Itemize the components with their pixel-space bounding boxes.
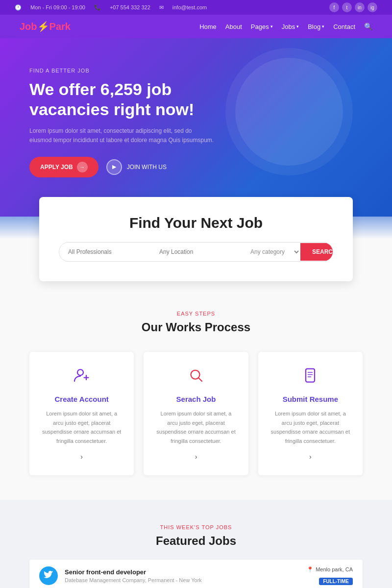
phone-icon: 📞 xyxy=(94,4,101,11)
phone-text: +07 554 332 322 xyxy=(110,4,150,10)
search-profession-input[interactable] xyxy=(59,243,150,261)
clock-icon: 🕐 xyxy=(15,4,22,11)
featured-subtitle: THIS WEEK'S TOP JOBS xyxy=(29,524,363,530)
featured-section: THIS WEEK'S TOP JOBS Featured Jobs Senio… xyxy=(0,500,392,588)
hero-description: Lorem ipsum dolor sit amet, consectetur … xyxy=(29,126,216,145)
search-section: Find Your Next Job Any category SEARCH xyxy=(39,197,353,281)
hero-bg-person xyxy=(235,58,343,166)
search-title: Find Your Next Job xyxy=(59,215,333,231)
process-step3-arrow[interactable]: › xyxy=(270,453,351,461)
process-step3-desc: Lorem ipsum dolor sit amet, a arcu justo… xyxy=(270,409,351,446)
social-instagram[interactable]: ig xyxy=(368,2,377,12)
job-location-1: 📍 Menlo park, CA xyxy=(307,566,353,573)
svg-rect-5 xyxy=(306,368,315,382)
email-icon: ✉ xyxy=(159,4,164,11)
process-step2-title: Serach Job xyxy=(155,395,236,403)
create-account-icon xyxy=(41,367,122,388)
apply-label: APPLY JOB xyxy=(40,164,73,171)
job-item-1[interactable]: Senior front-end developer Datebase Mana… xyxy=(29,560,363,588)
process-step2-desc: Lorem ipsum dolor sit amet, a arcu justo… xyxy=(155,409,236,446)
job-logo-twitter xyxy=(39,566,58,585)
play-icon: ▶ xyxy=(106,159,122,175)
apply-job-button[interactable]: APPLY JOB → xyxy=(29,157,98,177)
process-step1-title: Create Account xyxy=(41,395,122,403)
search-row: Any category SEARCH xyxy=(59,242,333,262)
email-text: info@test.com xyxy=(172,4,207,10)
job-list: Senior front-end developer Datebase Mana… xyxy=(29,560,363,588)
job-meta-1: Datebase Management Company, Permanent -… xyxy=(65,577,202,583)
nav-blog[interactable]: Blog ▾ xyxy=(308,23,324,30)
works-title: Our Works Process xyxy=(29,320,363,334)
job-right-1: 📍 Menlo park, CA FULL-TIME xyxy=(307,566,353,585)
process-step1-desc: Lorem ipsum dolor sit amet, a arcu justo… xyxy=(41,409,122,446)
top-bar: 🕐 Mon - Fri 09:00 - 19:00 📞 +07 554 332 … xyxy=(0,0,392,15)
featured-title: Featured Jobs xyxy=(29,534,363,548)
nav-about[interactable]: About xyxy=(225,23,242,30)
search-button[interactable]: SEARCH xyxy=(300,243,333,261)
apply-arrow-icon: → xyxy=(77,162,88,172)
submit-resume-icon xyxy=(270,367,351,388)
works-subtitle: EASY STEPS xyxy=(29,311,363,317)
hero-headline: We offer 6,259 job vacancies right now! xyxy=(29,79,216,120)
job-left-1: Senior front-end developer Datebase Mana… xyxy=(39,566,202,585)
svg-line-4 xyxy=(198,378,202,381)
social-twitter[interactable]: t xyxy=(342,2,352,12)
location-pin-icon: 📍 xyxy=(307,566,314,573)
process-step1-arrow[interactable]: › xyxy=(41,453,122,461)
chevron-down-icon: ▾ xyxy=(296,24,299,29)
works-section: EASY STEPS Our Works Process Create Acco… xyxy=(0,281,392,500)
chevron-down-icon: ▾ xyxy=(270,24,273,29)
hero-section: FIND A BETTER JOB We offer 6,259 job vac… xyxy=(0,38,392,217)
process-card-resume: Submit Resume Lorem ipsum dolor sit amet… xyxy=(258,352,363,475)
job-info-1: Senior front-end developer Datebase Mana… xyxy=(65,568,202,583)
nav-pages[interactable]: Pages ▾ xyxy=(251,23,273,30)
nav-home[interactable]: Home xyxy=(199,23,217,30)
process-card-search: Serach Job Lorem ipsum dolor sit amet, a… xyxy=(144,352,248,475)
social-facebook[interactable]: f xyxy=(329,2,339,12)
nav-jobs[interactable]: Jobs ▾ xyxy=(282,23,299,30)
logo-text: Job xyxy=(20,21,37,32)
navbar: Job⚡Park Home About Pages ▾ Jobs ▾ Blog … xyxy=(0,15,392,38)
nav-contact[interactable]: Contact xyxy=(333,23,355,30)
job-title-1: Senior front-end developer xyxy=(65,568,202,576)
top-bar-left: 🕐 Mon - Fri 09:00 - 19:00 📞 +07 554 332 … xyxy=(15,4,207,11)
join-button[interactable]: ▶ JOIN WITH US xyxy=(106,159,167,175)
hero-bg-circle xyxy=(225,48,353,175)
process-step3-title: Submit Resume xyxy=(270,395,351,403)
svg-point-0 xyxy=(77,369,83,375)
nav-links: Home About Pages ▾ Jobs ▾ Blog ▾ Contact… xyxy=(199,23,372,30)
site-logo[interactable]: Job⚡Park xyxy=(20,21,71,32)
search-icon[interactable]: 🔍 xyxy=(364,23,372,30)
process-cards: Create Account Lorem ipsum dolor sit ame… xyxy=(29,352,363,475)
search-location-input[interactable] xyxy=(150,243,242,261)
top-bar-social: f t in ig xyxy=(329,2,377,12)
chevron-down-icon: ▾ xyxy=(322,24,324,29)
process-card-create: Create Account Lorem ipsum dolor sit ame… xyxy=(29,352,134,475)
logo-accent: ⚡Park xyxy=(37,21,71,32)
search-job-icon xyxy=(155,367,236,388)
category-select[interactable]: Any category xyxy=(242,243,300,261)
join-label: JOIN WITH US xyxy=(127,164,167,171)
social-linkedin[interactable]: in xyxy=(355,2,365,12)
hours-text: Mon - Fri 09:00 - 19:00 xyxy=(30,4,85,10)
process-step2-arrow[interactable]: › xyxy=(155,453,236,461)
job-badge-1: FULL-TIME xyxy=(319,578,353,585)
